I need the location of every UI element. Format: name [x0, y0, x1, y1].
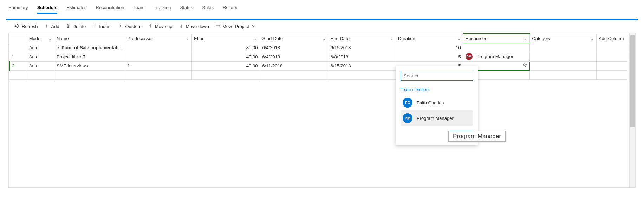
tab-related[interactable]: Related: [223, 4, 239, 14]
scrollbar-thumb[interactable]: [630, 35, 635, 127]
chevron-down-icon: ⌄: [457, 36, 461, 41]
header-category[interactable]: Category⌄: [530, 34, 597, 43]
table-row[interactable]: Auto Point of Sale implementati… 80.00 6…: [9, 43, 635, 52]
vertical-scrollbar[interactable]: [629, 33, 636, 187]
option-faith-charles[interactable]: FC Faith Charles: [401, 95, 473, 110]
header-row: Mode⌄ Name Predecessor⌄ Effort⌄ Start Da…: [9, 34, 635, 43]
table-row[interactable]: [9, 70, 635, 79]
header-predecessor[interactable]: Predecessor⌄: [125, 34, 192, 43]
toolbar: Refresh Add Delete Indent Outdent: [6, 20, 638, 33]
rownum-cell[interactable]: 2: [9, 61, 27, 70]
effort-cell[interactable]: 80.00: [192, 43, 260, 52]
name-cell[interactable]: [54, 70, 125, 79]
spare-cell[interactable]: [596, 43, 627, 52]
resource-name: Program Manager: [476, 54, 513, 59]
duration-cell[interactable]: 10: [396, 43, 463, 52]
effort-cell[interactable]: 40.00: [192, 61, 260, 70]
tab-sales[interactable]: Sales: [202, 4, 214, 14]
spare-cell[interactable]: [596, 61, 627, 70]
chevron-down-icon: ⌄: [390, 36, 393, 41]
add-button[interactable]: Add: [44, 24, 59, 30]
chevron-down-icon: [251, 24, 256, 30]
svg-rect-0: [216, 25, 220, 27]
mode-cell[interactable]: Auto: [27, 52, 54, 61]
start-cell[interactable]: 6/11/2018: [260, 61, 328, 70]
arrow-down-icon: [179, 24, 184, 30]
arrow-up-icon: [148, 24, 153, 30]
expand-toggle[interactable]: Point of Sale implementati…: [57, 45, 123, 50]
option-program-manager[interactable]: PM Program Manager: [401, 110, 473, 126]
move-up-button[interactable]: Move up: [148, 24, 173, 30]
outdent-button[interactable]: Outdent: [118, 24, 141, 30]
rownum-cell[interactable]: 1: [9, 52, 27, 61]
header-duration[interactable]: Duration⌄: [396, 34, 463, 43]
mode-cell[interactable]: Auto: [27, 43, 54, 52]
tab-team[interactable]: Team: [133, 4, 144, 14]
tab-summary[interactable]: Summary: [8, 4, 28, 14]
category-cell[interactable]: [530, 70, 597, 79]
resources-cell[interactable]: [463, 43, 530, 52]
effort-cell[interactable]: 40.00: [192, 52, 260, 61]
end-cell[interactable]: [328, 70, 396, 79]
tab-tracking[interactable]: Tracking: [154, 4, 171, 14]
name-cell[interactable]: Project kickoff: [54, 52, 125, 61]
delete-label: Delete: [73, 24, 86, 29]
predecessor-cell[interactable]: [125, 52, 192, 61]
indent-label: Indent: [99, 24, 112, 29]
header-rownum[interactable]: [9, 34, 27, 43]
predecessor-cell[interactable]: 1: [125, 61, 192, 70]
header-resources[interactable]: Resources⌄: [463, 34, 530, 43]
rownum-cell[interactable]: [9, 70, 27, 79]
mode-cell[interactable]: [27, 70, 54, 79]
rownum-cell[interactable]: [9, 43, 27, 52]
spare-cell[interactable]: [596, 70, 627, 79]
team-members-heading: Team members: [401, 87, 473, 92]
row0-name: Point of Sale implementati…: [61, 45, 123, 50]
people-picker-icon[interactable]: [522, 63, 527, 69]
table-row[interactable]: 2 Auto SME interviews 1 40.00 6/11/2018 …: [9, 61, 635, 70]
start-cell[interactable]: 6/4/2018: [260, 43, 328, 52]
mode-cell[interactable]: Auto: [27, 61, 54, 70]
delete-button[interactable]: Delete: [66, 24, 86, 30]
tab-schedule[interactable]: Schedule: [37, 4, 58, 14]
duration-cell[interactable]: 5: [396, 52, 463, 61]
svg-point-2: [526, 64, 527, 65]
header-mode[interactable]: Mode⌄: [27, 34, 54, 43]
header-name[interactable]: Name: [54, 34, 125, 43]
plus-icon: [44, 24, 49, 30]
tab-reconciliation[interactable]: Reconciliation: [96, 4, 124, 14]
name-cell[interactable]: Point of Sale implementati…: [54, 43, 125, 52]
move-project-button[interactable]: Move Project: [215, 24, 256, 30]
move-down-button[interactable]: Move down: [179, 24, 209, 30]
resources-cell[interactable]: PM Program Manager: [463, 52, 530, 61]
end-cell[interactable]: 6/15/2018: [328, 43, 396, 52]
spare-cell[interactable]: [596, 52, 627, 61]
indent-button[interactable]: Indent: [92, 24, 112, 30]
tab-estimates[interactable]: Estimates: [66, 4, 86, 14]
end-cell[interactable]: 6/15/2018: [328, 61, 396, 70]
header-effort[interactable]: Effort⌄: [192, 34, 260, 43]
predecessor-cell[interactable]: [125, 70, 192, 79]
chevron-down-icon: [57, 45, 60, 50]
name-cell[interactable]: SME interviews: [54, 61, 125, 70]
end-cell[interactable]: 6/8/2018: [328, 52, 396, 61]
refresh-button[interactable]: Refresh: [15, 24, 38, 30]
predecessor-cell[interactable]: [125, 43, 192, 52]
effort-cell[interactable]: [192, 70, 260, 79]
table-row[interactable]: 1 Auto Project kickoff 40.00 6/4/2018 6/…: [9, 52, 635, 61]
chevron-down-icon: ⌄: [254, 36, 258, 41]
add-label: Add: [51, 24, 59, 29]
start-cell[interactable]: [260, 70, 328, 79]
option-label: Program Manager: [417, 116, 454, 121]
header-add-column[interactable]: Add Column: [596, 34, 627, 43]
moveup-label: Move up: [155, 24, 173, 29]
category-cell[interactable]: [530, 61, 597, 70]
tab-status[interactable]: Status: [180, 4, 193, 14]
header-start[interactable]: Start Date⌄: [260, 34, 328, 43]
category-cell[interactable]: [530, 43, 597, 52]
chevron-down-icon: ⌄: [48, 36, 52, 41]
search-input[interactable]: [401, 71, 473, 81]
start-cell[interactable]: 6/4/2018: [260, 52, 328, 61]
header-end[interactable]: End Date⌄: [328, 34, 396, 43]
category-cell[interactable]: [530, 52, 597, 61]
